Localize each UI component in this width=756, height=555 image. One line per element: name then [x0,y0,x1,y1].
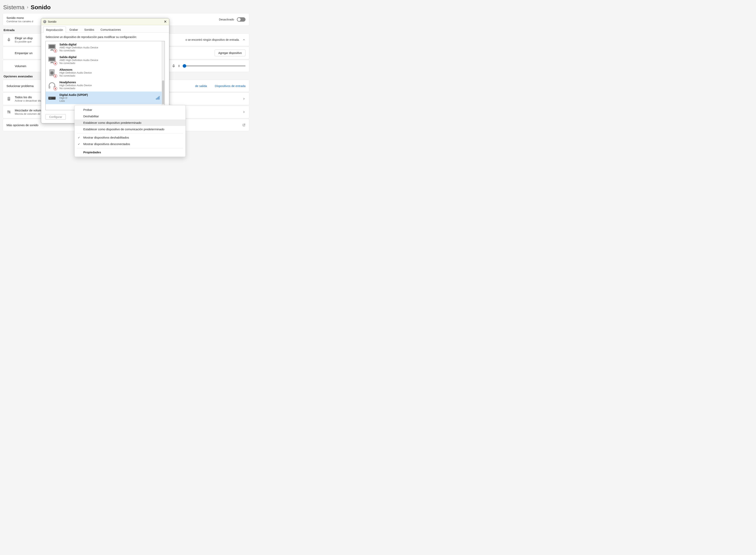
context-menu-label: Probar [83,108,92,112]
context-menu-label: Propiedades [83,151,101,154]
playback-device-list[interactable]: Salida digitalAMD High Definition Audio … [45,41,165,110]
microphone-icon [172,64,175,68]
svg-rect-14 [50,62,54,63]
chevron-right-icon [242,111,246,114]
device-name: Headphones [59,81,92,84]
device-name: Salida digital [59,43,98,46]
context-menu-item[interactable]: Establecer como dispositivo predetermina… [75,120,185,126]
more-sound-title: Más opciones de sonido [6,123,38,127]
tab-playback[interactable]: Reproducción [43,27,66,33]
tab-recording[interactable]: Grabar [66,26,81,33]
mixer-icon [6,110,11,114]
svg-rect-13 [51,62,53,62]
device-driver: AMD High Definition Audio Device [59,59,98,61]
device-context-menu: ProbarDeshabilitarEstablecer como dispos… [74,105,186,157]
svg-rect-1 [173,65,174,66]
svg-rect-9 [51,49,53,50]
context-menu-item[interactable]: Propiedades [75,149,185,156]
svg-point-6 [9,112,10,112]
microphone-icon [6,38,11,42]
svg-point-3 [9,98,9,98]
svg-point-23 [51,98,51,98]
pair-title: Emparejar un [15,51,33,55]
device-driver: High D [59,96,88,99]
context-menu-label: Establecer como dispositivo de comunicac… [83,128,164,131]
check-icon: ✓ [78,136,80,139]
context-menu-item[interactable]: Establecer como dispositivo de comunicac… [75,126,185,132]
device-item[interactable]: Salida digitalAMD High Definition Audio … [46,41,165,54]
svg-point-22 [49,98,50,98]
mono-state-label: Desactivado [219,18,234,21]
breadcrumb-current: Sonido [31,4,51,11]
mono-title: Sonido mono [6,16,33,19]
breadcrumb: Sistema › Sonido [0,0,252,12]
device-status: Listo [59,99,88,102]
scrollbar-thumb[interactable] [162,81,164,104]
chevron-right-icon: › [27,5,28,10]
level-bars-icon [156,96,160,99]
dialog-title: Sonido [48,20,163,23]
tab-communications[interactable]: Comunicaciones [98,26,124,33]
headphones-icon [47,81,57,90]
context-menu-label: Mostrar dispositivos desconectados [83,142,130,146]
svg-point-4 [8,99,9,100]
dialog-tabs: Reproducción Grabar Sonidos Comunicacion… [41,25,169,33]
svg-point-17 [51,72,52,74]
choose-input-title: Elegir un disp [15,36,33,40]
configure-button[interactable]: Configurar [45,114,66,120]
context-menu-item[interactable]: Probar [75,106,185,113]
check-icon: ✓ [78,142,80,146]
output-devices-link[interactable]: de salida [195,84,207,88]
speaker-icon [47,68,57,77]
no-input-device-text: o se encontró ningún dispositivo de entr… [185,38,240,41]
choose-input-subtitle: Es posible que [15,40,33,43]
tab-sounds[interactable]: Sonidos [81,26,97,33]
device-name: Altavoces [59,68,92,71]
device-name: Digital Audio (S/PDIF) [59,93,88,96]
context-menu-item[interactable]: ✓Mostrar dispositivos deshabilitados [75,134,185,141]
input-devices-link[interactable]: Dispositivos de entrada [215,84,246,88]
chevron-right-icon [242,97,246,100]
sound-icon [43,20,46,23]
device-driver: High Definition Audio Device [59,71,92,74]
context-menu-label: Establecer como dispositivo predetermina… [83,121,141,124]
disconnected-badge-icon [53,61,57,65]
svg-rect-10 [50,50,54,51]
disconnected-badge-icon [53,74,57,78]
device-status: No conectado [59,87,92,90]
breadcrumb-parent[interactable]: Sistema [3,4,25,11]
mono-toggle[interactable] [237,17,246,22]
device-driver: High Definition Audio Device [59,84,92,87]
chevron-up-icon[interactable] [242,38,246,41]
device-status: No conectado [59,61,98,65]
context-menu-item[interactable]: ✓Mostrar dispositivos desconectados [75,141,185,147]
add-device-button[interactable]: Agregar dispositivo [215,50,246,56]
mono-subtitle: Combinar los canales d [6,20,33,23]
device-item[interactable]: Salida digitalAMD High Definition Audio … [46,54,165,66]
device-status: No conectado [59,74,92,77]
monitor-icon [47,43,57,52]
device-item[interactable]: Digital Audio (S/PDIF)High DListo [46,91,165,104]
device-status: No conectado [59,49,98,52]
svg-rect-21 [48,97,56,98]
device-driver: AMD High Definition Audio Device [59,46,98,49]
spdif-icon [47,93,57,102]
svg-rect-12 [49,57,55,61]
svg-point-5 [8,111,8,111]
svg-rect-0 [8,38,9,40]
svg-rect-18 [49,86,50,89]
monitor-icon [47,55,57,65]
dialog-titlebar: Sonido ✕ [41,18,169,25]
disconnected-badge-icon [53,87,57,90]
svg-rect-8 [49,45,55,48]
volume-value: 0 [178,65,180,68]
external-link-icon [242,123,246,127]
troubleshoot-title: Solucionar problema [6,84,34,88]
close-icon[interactable]: ✕ [163,19,168,24]
dialog-instruction: Seleccione un dispositivo de reproducció… [41,33,169,40]
input-volume-slider[interactable] [182,66,246,66]
device-item[interactable]: AltavocesHigh Definition Audio DeviceNo … [46,66,165,79]
context-menu-item[interactable]: Deshabilitar [75,113,185,120]
context-menu-label: Deshabilitar [83,115,99,118]
device-item[interactable]: HeadphonesHigh Definition Audio DeviceNo… [46,79,165,91]
